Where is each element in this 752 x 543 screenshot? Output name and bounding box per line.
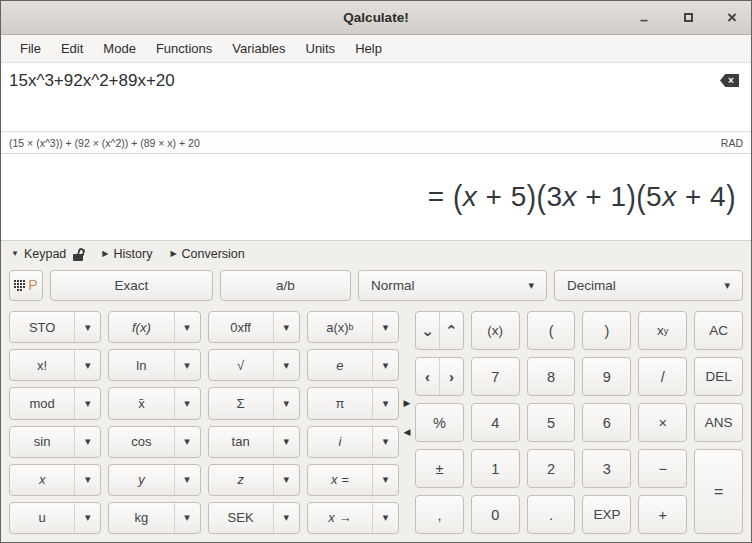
- key-ans[interactable]: ANS: [694, 403, 743, 442]
- key-equals[interactable]: =: [694, 449, 743, 534]
- key-8[interactable]: 8: [527, 357, 576, 396]
- chevron-left-icon[interactable]: ‹: [416, 358, 439, 395]
- chevron-right-icon[interactable]: ›: [439, 358, 463, 395]
- keypad-button-factorial[interactable]: x! ▾: [9, 349, 101, 381]
- cursor-leftright-button[interactable]: ‹ ›: [415, 357, 464, 396]
- dropdown-arrow-icon[interactable]: ▾: [372, 465, 398, 495]
- keypad-button-imaginary[interactable]: i ▾: [307, 426, 399, 458]
- key-comma[interactable]: ,: [415, 495, 464, 534]
- dropdown-arrow-icon[interactable]: ▾: [174, 427, 200, 457]
- keypad-button-sum[interactable]: Σ ▾: [208, 387, 300, 419]
- keypad-button-unit-kg[interactable]: kg ▾: [108, 502, 200, 534]
- chevron-up-icon[interactable]: ⌃: [439, 312, 463, 349]
- keypad-button-x-equals[interactable]: x = ▾: [307, 464, 399, 496]
- menu-functions[interactable]: Functions: [146, 37, 222, 60]
- key-minus[interactable]: −: [638, 449, 687, 488]
- dropdown-arrow-icon[interactable]: ▾: [74, 427, 100, 457]
- keypad-button-var-z[interactable]: z ▾: [208, 464, 300, 496]
- keypad-button-var-y[interactable]: y ▾: [108, 464, 200, 496]
- dropdown-arrow-icon[interactable]: ▾: [372, 312, 398, 342]
- tab-history[interactable]: ▶ History: [102, 247, 152, 261]
- expression-text[interactable]: 15x^3+92x^2+89x+20: [9, 71, 717, 91]
- dropdown-arrow-icon[interactable]: ▾: [174, 465, 200, 495]
- key-7[interactable]: 7: [471, 357, 520, 396]
- key-divide[interactable]: /: [638, 357, 687, 396]
- backspace-icon[interactable]: ×: [720, 74, 739, 87]
- keypad-button-mod[interactable]: mod ▾: [9, 387, 101, 419]
- dropdown-arrow-icon[interactable]: ▾: [372, 350, 398, 380]
- dropdown-arrow-icon[interactable]: ▾: [273, 312, 299, 342]
- keypad-button-e[interactable]: e ▾: [307, 349, 399, 381]
- key-del[interactable]: DEL: [694, 357, 743, 396]
- dropdown-arrow-icon[interactable]: ▾: [273, 350, 299, 380]
- dropdown-arrow-icon[interactable]: ▾: [372, 503, 398, 533]
- key-open-paren[interactable]: (: [527, 311, 576, 350]
- pane-expand-left-icon[interactable]: ◀: [404, 428, 411, 437]
- key-4[interactable]: 4: [471, 403, 520, 442]
- keypad-button-ln[interactable]: ln ▾: [108, 349, 200, 381]
- pane-expand-right-icon[interactable]: ▶: [404, 399, 411, 408]
- tab-keypad[interactable]: ▼ Keypad: [11, 247, 84, 261]
- close-button[interactable]: ×: [723, 9, 741, 27]
- key-1[interactable]: 1: [471, 449, 520, 488]
- dropdown-arrow-icon[interactable]: ▾: [273, 503, 299, 533]
- key-6[interactable]: 6: [582, 403, 631, 442]
- maximize-button[interactable]: [679, 9, 697, 27]
- keypad-type-button[interactable]: P: [9, 270, 43, 301]
- dropdown-arrow-icon[interactable]: ▾: [74, 503, 100, 533]
- keypad-button-var-x[interactable]: x ▾: [9, 464, 101, 496]
- key-plusminus[interactable]: ±: [415, 449, 464, 488]
- dropdown-arrow-icon[interactable]: ▾: [74, 388, 100, 418]
- dropdown-arrow-icon[interactable]: ▾: [372, 427, 398, 457]
- key-9[interactable]: 9: [582, 357, 631, 396]
- menu-mode[interactable]: Mode: [93, 37, 146, 60]
- key-0[interactable]: 0: [471, 495, 520, 534]
- unlock-icon[interactable]: [73, 247, 84, 261]
- key-dot[interactable]: .: [527, 495, 576, 534]
- keypad-button-hex[interactable]: 0xff ▾: [208, 311, 300, 343]
- menu-variables[interactable]: Variables: [222, 37, 295, 60]
- dropdown-arrow-icon[interactable]: ▾: [174, 312, 200, 342]
- tab-conversion[interactable]: ▶ Conversion: [170, 247, 244, 261]
- dropdown-arrow-icon[interactable]: ▾: [74, 312, 100, 342]
- keypad-button-mean[interactable]: x̄ ▾: [108, 387, 200, 419]
- menu-edit[interactable]: Edit: [51, 37, 93, 60]
- key-plus[interactable]: +: [638, 495, 687, 534]
- keypad-button-unit-u[interactable]: u ▾: [9, 502, 101, 534]
- chevron-down-icon[interactable]: ⌄: [416, 312, 439, 349]
- output-mode-dropdown[interactable]: Normal ▾: [358, 270, 547, 301]
- keypad-button-fx[interactable]: f(x) ▾: [108, 311, 200, 343]
- dropdown-arrow-icon[interactable]: ▾: [372, 388, 398, 418]
- keypad-button-currency-sek[interactable]: SEK ▾: [208, 502, 300, 534]
- expression-input[interactable]: 15x^3+92x^2+89x+20 ×: [1, 63, 751, 131]
- key-percent[interactable]: %: [415, 403, 464, 442]
- key-5[interactable]: 5: [527, 403, 576, 442]
- dropdown-arrow-icon[interactable]: ▾: [74, 350, 100, 380]
- key-2[interactable]: 2: [527, 449, 576, 488]
- menu-file[interactable]: File: [10, 37, 51, 60]
- dropdown-arrow-icon[interactable]: ▾: [74, 465, 100, 495]
- fraction-toggle-button[interactable]: a/b: [220, 270, 351, 301]
- cursor-updown-button[interactable]: ⌄ ⌃: [415, 311, 464, 350]
- dropdown-arrow-icon[interactable]: ▾: [273, 427, 299, 457]
- dropdown-arrow-icon[interactable]: ▾: [273, 465, 299, 495]
- keypad-button-sin[interactable]: sin ▾: [9, 426, 101, 458]
- keypad-button-sto[interactable]: STO ▾: [9, 311, 101, 343]
- keypad-button-cos[interactable]: cos ▾: [108, 426, 200, 458]
- dropdown-arrow-icon[interactable]: ▾: [273, 388, 299, 418]
- minimize-button[interactable]: –: [635, 9, 653, 27]
- dropdown-arrow-icon[interactable]: ▾: [174, 388, 200, 418]
- key-ac[interactable]: AC: [694, 311, 743, 350]
- dropdown-arrow-icon[interactable]: ▾: [174, 350, 200, 380]
- keypad-button-pi[interactable]: π ▾: [307, 387, 399, 419]
- key-parens-x[interactable]: (x): [471, 311, 520, 350]
- key-power[interactable]: xy: [638, 311, 687, 350]
- keypad-button-x-arrow[interactable]: x → ▾: [307, 502, 399, 534]
- keypad-button-power-function[interactable]: a(x)b ▾: [307, 311, 399, 343]
- keypad-button-sqrt[interactable]: √ ▾: [208, 349, 300, 381]
- key-exp[interactable]: EXP: [582, 495, 631, 534]
- menu-units[interactable]: Units: [296, 37, 346, 60]
- key-3[interactable]: 3: [582, 449, 631, 488]
- dropdown-arrow-icon[interactable]: ▾: [174, 503, 200, 533]
- key-close-paren[interactable]: ): [582, 311, 631, 350]
